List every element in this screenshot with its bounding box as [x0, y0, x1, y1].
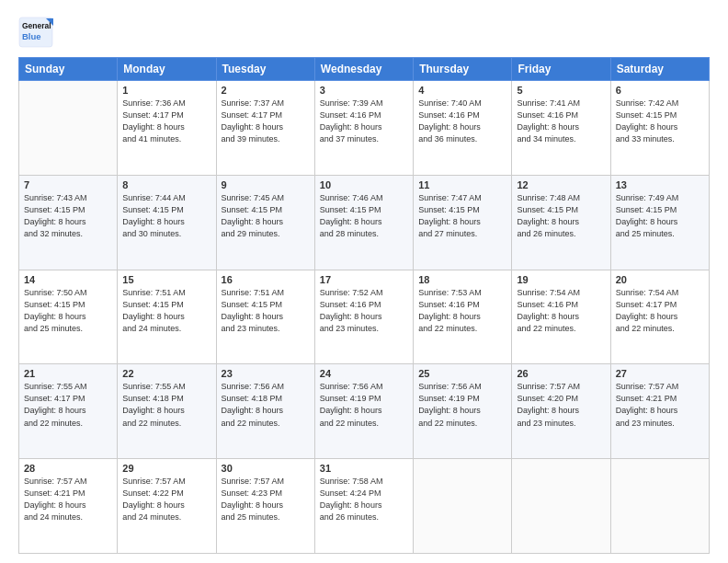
- calendar-cell: 26Sunrise: 7:57 AMSunset: 4:20 PMDayligh…: [512, 364, 610, 459]
- calendar-cell: 23Sunrise: 7:56 AMSunset: 4:18 PMDayligh…: [216, 364, 314, 459]
- day-info: Sunrise: 7:37 AMSunset: 4:17 PMDaylight:…: [222, 98, 310, 145]
- day-info: Sunrise: 7:57 AMSunset: 4:21 PMDaylight:…: [24, 476, 112, 523]
- calendar-cell: 31Sunrise: 7:58 AMSunset: 4:24 PMDayligh…: [314, 459, 413, 554]
- day-info: Sunrise: 7:43 AMSunset: 4:15 PMDaylight:…: [24, 192, 112, 240]
- day-number: 21: [24, 368, 112, 379]
- day-info: Sunrise: 7:48 AMSunset: 4:15 PMDaylight:…: [517, 192, 605, 240]
- day-number: 26: [517, 368, 605, 379]
- calendar-cell: 14Sunrise: 7:50 AMSunset: 4:15 PMDayligh…: [19, 270, 118, 364]
- day-info: Sunrise: 7:45 AMSunset: 4:15 PMDaylight:…: [222, 192, 310, 240]
- calendar-cell: 30Sunrise: 7:57 AMSunset: 4:23 PMDayligh…: [216, 459, 314, 554]
- calendar-table: SundayMondayTuesdayWednesdayThursdayFrid…: [18, 57, 710, 554]
- day-info: Sunrise: 7:50 AMSunset: 4:15 PMDaylight:…: [24, 287, 112, 335]
- day-info: Sunrise: 7:56 AMSunset: 4:19 PMDaylight:…: [320, 381, 408, 429]
- day-number: 25: [418, 368, 506, 379]
- calendar-cell: 18Sunrise: 7:53 AMSunset: 4:16 PMDayligh…: [414, 270, 512, 364]
- day-number: 15: [122, 274, 210, 285]
- day-number: 2: [222, 85, 310, 96]
- day-number: 1: [122, 85, 210, 96]
- day-info: Sunrise: 7:52 AMSunset: 4:16 PMDaylight:…: [320, 287, 408, 335]
- calendar-cell: 8Sunrise: 7:44 AMSunset: 4:15 PMDaylight…: [118, 175, 216, 270]
- day-header-tuesday: Tuesday: [216, 58, 314, 81]
- day-number: 16: [222, 274, 310, 285]
- calendar-cell: 15Sunrise: 7:51 AMSunset: 4:15 PMDayligh…: [118, 270, 216, 364]
- day-info: Sunrise: 7:57 AMSunset: 4:22 PMDaylight:…: [122, 476, 210, 523]
- day-header-wednesday: Wednesday: [314, 58, 413, 81]
- day-info: Sunrise: 7:54 AMSunset: 4:16 PMDaylight:…: [517, 287, 605, 335]
- calendar-cell: 17Sunrise: 7:52 AMSunset: 4:16 PMDayligh…: [314, 270, 413, 364]
- calendar-cell: 4Sunrise: 7:40 AMSunset: 4:16 PMDaylight…: [414, 81, 512, 176]
- day-info: Sunrise: 7:56 AMSunset: 4:19 PMDaylight:…: [418, 381, 506, 429]
- day-info: Sunrise: 7:53 AMSunset: 4:16 PMDaylight:…: [418, 287, 506, 335]
- calendar-cell: [512, 459, 610, 554]
- day-number: 4: [418, 85, 506, 96]
- day-info: Sunrise: 7:55 AMSunset: 4:18 PMDaylight:…: [122, 381, 210, 429]
- calendar-week-row: 1Sunrise: 7:36 AMSunset: 4:17 PMDaylight…: [19, 81, 710, 176]
- calendar-cell: 13Sunrise: 7:49 AMSunset: 4:15 PMDayligh…: [610, 175, 709, 270]
- calendar-cell: 24Sunrise: 7:56 AMSunset: 4:19 PMDayligh…: [314, 364, 413, 459]
- day-info: Sunrise: 7:51 AMSunset: 4:15 PMDaylight:…: [222, 287, 310, 335]
- day-number: 30: [222, 463, 310, 474]
- day-number: 27: [616, 368, 704, 379]
- day-info: Sunrise: 7:47 AMSunset: 4:15 PMDaylight:…: [418, 192, 506, 240]
- day-info: Sunrise: 7:40 AMSunset: 4:16 PMDaylight:…: [418, 98, 506, 145]
- calendar-week-row: 21Sunrise: 7:55 AMSunset: 4:17 PMDayligh…: [19, 364, 710, 459]
- calendar-cell: 27Sunrise: 7:57 AMSunset: 4:21 PMDayligh…: [610, 364, 709, 459]
- day-number: 22: [122, 368, 210, 379]
- calendar-header-row: SundayMondayTuesdayWednesdayThursdayFrid…: [19, 58, 710, 81]
- calendar-cell: 25Sunrise: 7:56 AMSunset: 4:19 PMDayligh…: [414, 364, 512, 459]
- day-number: 20: [616, 274, 704, 285]
- day-number: 7: [24, 179, 112, 190]
- calendar-cell: 20Sunrise: 7:54 AMSunset: 4:17 PMDayligh…: [610, 270, 709, 364]
- calendar-week-row: 28Sunrise: 7:57 AMSunset: 4:21 PMDayligh…: [19, 459, 710, 554]
- logo-svg: General Blue: [18, 17, 53, 48]
- calendar-cell: 2Sunrise: 7:37 AMSunset: 4:17 PMDaylight…: [216, 81, 314, 176]
- day-number: 6: [616, 85, 704, 96]
- day-number: 10: [320, 179, 408, 190]
- calendar-cell: 3Sunrise: 7:39 AMSunset: 4:16 PMDaylight…: [314, 81, 413, 176]
- calendar-cell: 9Sunrise: 7:45 AMSunset: 4:15 PMDaylight…: [216, 175, 314, 270]
- calendar-cell: [414, 459, 512, 554]
- calendar-cell: 16Sunrise: 7:51 AMSunset: 4:15 PMDayligh…: [216, 270, 314, 364]
- day-header-sunday: Sunday: [19, 58, 118, 81]
- day-info: Sunrise: 7:39 AMSunset: 4:16 PMDaylight:…: [320, 98, 408, 145]
- header: General Blue: [18, 17, 710, 48]
- day-number: 14: [24, 274, 112, 285]
- day-info: Sunrise: 7:56 AMSunset: 4:18 PMDaylight:…: [222, 381, 310, 429]
- day-number: 12: [517, 179, 605, 190]
- day-number: 18: [418, 274, 506, 285]
- day-info: Sunrise: 7:44 AMSunset: 4:15 PMDaylight:…: [122, 192, 210, 240]
- calendar-cell: 5Sunrise: 7:41 AMSunset: 4:16 PMDaylight…: [512, 81, 610, 176]
- day-number: 3: [320, 85, 408, 96]
- day-number: 11: [418, 179, 506, 190]
- page: General Blue SundayMondayTuesdayWednesda…: [0, 0, 728, 563]
- day-info: Sunrise: 7:49 AMSunset: 4:15 PMDaylight:…: [616, 192, 704, 240]
- calendar-cell: 10Sunrise: 7:46 AMSunset: 4:15 PMDayligh…: [314, 175, 413, 270]
- day-number: 13: [616, 179, 704, 190]
- day-header-friday: Friday: [512, 58, 610, 81]
- day-header-monday: Monday: [118, 58, 216, 81]
- day-info: Sunrise: 7:57 AMSunset: 4:21 PMDaylight:…: [616, 381, 704, 429]
- day-info: Sunrise: 7:41 AMSunset: 4:16 PMDaylight:…: [517, 98, 605, 145]
- calendar-week-row: 7Sunrise: 7:43 AMSunset: 4:15 PMDaylight…: [19, 175, 710, 270]
- day-number: 5: [517, 85, 605, 96]
- day-header-thursday: Thursday: [414, 58, 512, 81]
- calendar-cell: 29Sunrise: 7:57 AMSunset: 4:22 PMDayligh…: [118, 459, 216, 554]
- day-number: 28: [24, 463, 112, 474]
- day-number: 9: [222, 179, 310, 190]
- calendar-cell: 28Sunrise: 7:57 AMSunset: 4:21 PMDayligh…: [19, 459, 118, 554]
- day-header-saturday: Saturday: [610, 58, 709, 81]
- day-info: Sunrise: 7:57 AMSunset: 4:20 PMDaylight:…: [517, 381, 605, 429]
- calendar-cell: 6Sunrise: 7:42 AMSunset: 4:15 PMDaylight…: [610, 81, 709, 176]
- day-info: Sunrise: 7:57 AMSunset: 4:23 PMDaylight:…: [222, 476, 310, 523]
- calendar-cell: 12Sunrise: 7:48 AMSunset: 4:15 PMDayligh…: [512, 175, 610, 270]
- calendar-cell: 7Sunrise: 7:43 AMSunset: 4:15 PMDaylight…: [19, 175, 118, 270]
- day-number: 17: [320, 274, 408, 285]
- calendar-cell: 11Sunrise: 7:47 AMSunset: 4:15 PMDayligh…: [414, 175, 512, 270]
- day-info: Sunrise: 7:55 AMSunset: 4:17 PMDaylight:…: [24, 381, 112, 429]
- day-info: Sunrise: 7:51 AMSunset: 4:15 PMDaylight:…: [122, 287, 210, 335]
- day-number: 23: [222, 368, 310, 379]
- calendar-cell: [19, 81, 118, 176]
- day-info: Sunrise: 7:42 AMSunset: 4:15 PMDaylight:…: [616, 98, 704, 145]
- calendar-cell: 21Sunrise: 7:55 AMSunset: 4:17 PMDayligh…: [19, 364, 118, 459]
